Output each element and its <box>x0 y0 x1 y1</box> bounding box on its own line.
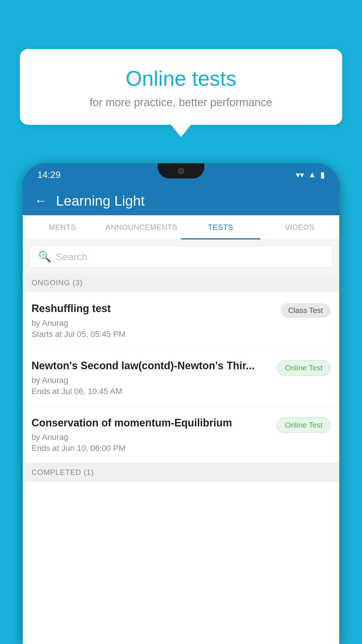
phone-notch <box>158 163 204 178</box>
bubble-subtitle: for more practice, better performance <box>31 96 331 109</box>
signal-icon: ▲ <box>308 170 316 179</box>
test-badge-1: Class Test <box>281 303 331 318</box>
speech-bubble: Online tests for more practice, better p… <box>20 49 342 125</box>
camera <box>178 168 184 174</box>
test-name-1: Reshuffling test <box>31 302 275 316</box>
test-name-3: Conservation of momentum-Equilibrium <box>31 416 271 430</box>
phone-frame: 14:29 ▾▾ ▲ ▮ ← Learning Light MENTS ANNO… <box>23 163 339 644</box>
test-info-2: Newton's Second law(contd)-Newton's Thir… <box>31 359 277 396</box>
phone-screen: MENTS ANNOUNCEMENTS TESTS VIDEOS 🔍 Searc… <box>23 215 339 644</box>
test-item-newton[interactable]: Newton's Second law(contd)-Newton's Thir… <box>23 349 339 406</box>
bubble-title: Online tests <box>31 66 331 90</box>
test-badge-3: Online Test <box>277 417 331 433</box>
tab-ments[interactable]: MENTS <box>23 215 102 239</box>
search-bar[interactable]: 🔍 Search <box>30 246 332 268</box>
ongoing-label: ONGOING (3) <box>31 278 83 287</box>
test-author-2: by Anurag <box>31 376 271 385</box>
tab-videos[interactable]: VIDEOS <box>260 215 340 239</box>
completed-section-header: COMPLETED (1) <box>23 463 339 482</box>
battery-icon: ▮ <box>320 170 325 180</box>
test-time-3: Ends at Jun 10, 06:00 PM <box>31 444 271 453</box>
test-item-conservation[interactable]: Conservation of momentum-Equilibrium by … <box>23 406 339 463</box>
test-time-2: Ends at Jul 06, 10:45 AM <box>31 387 271 396</box>
search-container: 🔍 Search <box>23 240 339 274</box>
status-time: 14:29 <box>37 169 61 180</box>
status-icons: ▾▾ ▲ ▮ <box>296 170 325 180</box>
test-time-1: Starts at Jul 05, 05:45 PM <box>31 330 275 339</box>
test-item-reshuffling[interactable]: Reshuffling test by Anurag Starts at Jul… <box>23 292 339 349</box>
test-author-1: by Anurag <box>31 318 275 328</box>
tabs-bar: MENTS ANNOUNCEMENTS TESTS VIDEOS <box>23 215 339 240</box>
test-name-2: Newton's Second law(contd)-Newton's Thir… <box>31 359 271 373</box>
test-author-3: by Anurag <box>31 433 271 442</box>
status-bar: 14:29 ▾▾ ▲ ▮ <box>23 163 339 186</box>
app-bar: ← Learning Light <box>23 186 339 215</box>
wifi-icon: ▾▾ <box>296 170 304 180</box>
app-title: Learning Light <box>56 193 145 209</box>
back-button[interactable]: ← <box>34 193 47 208</box>
search-placeholder: Search <box>56 251 87 262</box>
test-info-1: Reshuffling test by Anurag Starts at Jul… <box>31 302 281 339</box>
test-info-3: Conservation of momentum-Equilibrium by … <box>31 416 277 453</box>
test-badge-2: Online Test <box>277 360 331 376</box>
search-icon: 🔍 <box>38 251 51 263</box>
ongoing-section-header: ONGOING (3) <box>23 274 339 292</box>
completed-label: COMPLETED (1) <box>31 468 94 477</box>
tab-tests[interactable]: TESTS <box>181 215 260 239</box>
tab-announcements[interactable]: ANNOUNCEMENTS <box>102 215 181 239</box>
